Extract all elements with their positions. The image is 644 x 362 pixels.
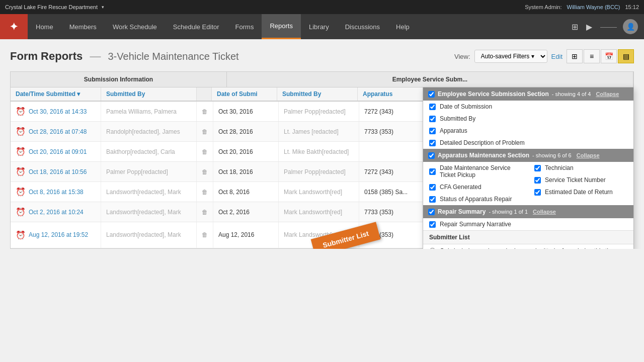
cell-date2: Oct 2, 2016 <box>213 202 279 222</box>
nav-item-home[interactable]: Home <box>28 14 61 39</box>
dp-check-date-maintenance[interactable] <box>429 168 436 175</box>
cell-date2: Oct 20, 2016 <box>213 142 279 161</box>
nav-item-members[interactable]: Members <box>61 14 105 39</box>
cell-submitted2: Palmer Popp[redacted] <box>279 102 359 121</box>
cell-apparatus <box>359 142 425 161</box>
view-icon-calendar[interactable]: 📅 <box>601 49 617 63</box>
view-icons: ⊞ ≡ 📅 ▤ <box>567 49 634 63</box>
nav-video-icon[interactable]: ▶ <box>584 20 594 34</box>
dp-label-description: Detailed Description of Problem <box>440 139 525 146</box>
cell-date2: Aug 12, 2016 <box>213 222 279 248</box>
dp-item-status: Status of Apparatus Repair <box>423 193 528 205</box>
logo-icon: ✦ <box>10 21 18 33</box>
dp-check-apparatus[interactable] <box>429 128 436 134</box>
cell-apparatus: 7272 (343) <box>359 162 425 182</box>
cell-action[interactable]: 🗑 <box>197 222 213 248</box>
cell-action[interactable]: 🗑 <box>197 122 213 141</box>
cell-submitted: Randolph[redacted], James <box>101 122 197 141</box>
dp-label-date-submission: Date of Submission <box>440 103 492 110</box>
dp-radio-only-submitted-input[interactable] <box>429 248 436 249</box>
dropdown-panel: Employee Service Submission Section - sh… <box>423 87 634 249</box>
org-dropdown-icon[interactable]: ▾ <box>102 5 104 10</box>
dp-item-submitted-by: Submitted By <box>423 113 633 125</box>
dp-check-description[interactable] <box>429 140 436 146</box>
user-name: William Wayne (BCC) <box>567 4 620 10</box>
nav-item-forms[interactable]: Forms <box>227 14 262 39</box>
cell-submitted: Palmer Popp[redacted] <box>101 162 197 182</box>
dp-check-repair-narrative[interactable] <box>429 221 436 228</box>
cell-submitted: Landsworth[redacted], Mark <box>101 202 197 222</box>
cell-submitted2: Mark Landsworth[red] <box>279 222 359 248</box>
dp-section-repair-count: - showing 1 of 1 <box>489 209 528 215</box>
dp-check-service-ticket[interactable] <box>534 177 541 184</box>
clock-icon: ⏰ <box>16 207 26 217</box>
cell-date: ⏰ Oct 2, 2016 at 10:24 <box>11 202 101 222</box>
cell-date: ⏰ Aug 12, 2016 at 19:52 <box>11 222 101 248</box>
dp-check-submitted-by[interactable] <box>429 116 436 122</box>
dp-check-estimated-date[interactable] <box>534 189 541 196</box>
col-submitted-by-left[interactable]: Submitted By <box>101 87 197 101</box>
nav-item-help[interactable]: Help <box>388 14 418 39</box>
nav-avatar[interactable]: 👤 <box>623 19 638 34</box>
table-group-headers: Submission Information Employee Service … <box>11 72 633 87</box>
cell-submitted2: Mark Landsworth[red] <box>279 202 359 222</box>
clock-icon: ⏰ <box>16 147 26 156</box>
col-submitted-by-right[interactable]: Submitted By <box>277 87 358 101</box>
org-name[interactable]: Crystal Lake Fire Rescue Department <box>5 4 98 10</box>
dp-section-employee-collapse[interactable]: Collapse <box>596 91 619 97</box>
view-icon-grid[interactable]: ⊞ <box>567 49 583 63</box>
dp-radio-only-submitted: Only include members who have submitted … <box>423 244 633 249</box>
dp-section-repair-collapse[interactable]: Collapse <box>533 209 556 215</box>
col-apparatus[interactable]: Apparatus <box>358 87 423 101</box>
dp-item-service-ticket: Service Ticket Number <box>528 174 633 186</box>
cell-action[interactable]: 🗑 <box>197 102 213 121</box>
view-select[interactable]: Auto-saved Filters ▾ <box>474 50 547 63</box>
nav-item-library[interactable]: Library <box>301 14 337 39</box>
cell-action[interactable]: 🗑 <box>197 162 213 182</box>
dp-section-employee-count: - showing 4 of 4 <box>552 91 591 97</box>
dp-section-apparatus-collapse[interactable]: Collapse <box>577 152 600 158</box>
nav-item-work-schedule[interactable]: Work Schedule <box>105 14 165 39</box>
view-icon-list[interactable]: ≡ <box>584 49 600 63</box>
dp-section-apparatus-count: - showing 6 of 6 <box>532 152 572 158</box>
dp-section-repair: Repair Summary - showing 1 of 1 Collapse <box>423 205 633 218</box>
cell-date: ⏰ Oct 8, 2016 at 15:38 <box>11 182 101 202</box>
dp-submitter-title: Submitter List <box>423 230 633 244</box>
dp-check-technician[interactable] <box>534 165 541 171</box>
dp-section-repair-checkbox[interactable] <box>428 209 435 215</box>
cell-submitted: Bakthorp[redacted], Carla <box>101 142 197 161</box>
dp-section-apparatus-checkbox[interactable] <box>428 152 435 159</box>
cell-action[interactable]: 🗑 <box>197 182 213 202</box>
dp-section-apparatus-label: Apparatus Maintenance Section <box>438 152 529 159</box>
cell-submitted2: Palmer Popp[redacted] <box>279 162 359 182</box>
top-bar-right: System Admin: William Wayne (BCC) 15:12 <box>525 4 639 10</box>
col-date-submi[interactable]: Date of Submi <box>212 87 277 101</box>
dp-item-date-submission: Date of Submission <box>423 101 633 113</box>
dp-check-cfa[interactable] <box>429 184 436 191</box>
dp-item-description: Detailed Description of Problem <box>423 137 633 149</box>
nav-logo[interactable]: ✦ <box>0 14 28 39</box>
cell-action[interactable]: 🗑 <box>197 202 213 222</box>
cell-action[interactable]: 🗑 <box>197 142 213 161</box>
dp-label-date-maintenance: Date Maintenance Service Ticket Pickup <box>440 164 522 178</box>
nav-external-icon[interactable]: ⊞ <box>570 20 580 34</box>
nav-bar: ✦ Home Members Work Schedule Schedule Ed… <box>0 14 644 39</box>
dp-section-employee-checkbox[interactable] <box>428 91 435 98</box>
view-edit-link[interactable]: Edit <box>551 53 562 60</box>
cell-date2: Oct 30, 2016 <box>213 102 279 121</box>
view-icon-table[interactable]: ▤ <box>618 49 634 63</box>
cell-date: ⏰ Oct 30, 2016 at 14:33 <box>11 102 101 121</box>
col-action <box>197 87 212 101</box>
dp-label-status: Status of Apparatus Repair <box>440 196 512 203</box>
dp-label-submitted-by: Submitted By <box>440 115 475 122</box>
dp-check-status[interactable] <box>429 196 436 203</box>
clock-icon: ⏰ <box>16 167 26 176</box>
dp-item-apparatus: Apparatus <box>423 125 633 137</box>
nav-item-schedule-editor[interactable]: Schedule Editor <box>165 14 227 39</box>
nav-item-discussions[interactable]: Discussions <box>337 14 388 39</box>
dp-label-cfa: CFA Generated <box>440 184 481 191</box>
nav-item-reports[interactable]: Reports <box>262 14 301 39</box>
col-date-time[interactable]: Date/Time Submitted ▾ <box>11 87 101 101</box>
dp-check-date-submission[interactable] <box>429 104 436 110</box>
dp-section-employee: Employee Service Submission Section - sh… <box>423 87 633 101</box>
